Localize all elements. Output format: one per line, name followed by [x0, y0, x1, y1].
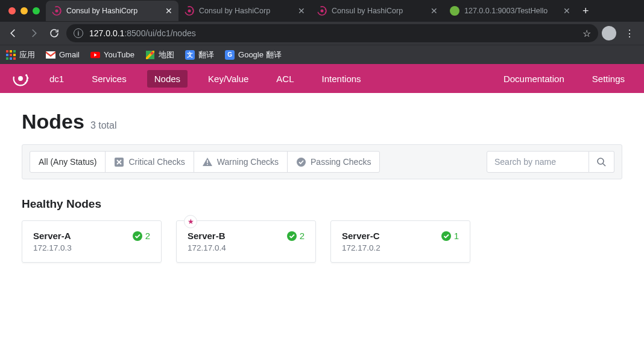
tab-strip: Consul by HashiCorp ✕ Consul by HashiCor… — [0, 0, 644, 22]
svg-point-12 — [325, 9, 326, 10]
browser-tab[interactable]: 127.0.0.1:9003/TestHello ✕ — [444, 1, 576, 21]
spring-icon — [450, 6, 459, 16]
browser-tab[interactable]: Consul by HashiCorp ✕ — [46, 1, 178, 21]
consul-icon — [317, 6, 327, 16]
nav-acl[interactable]: ACL — [269, 70, 301, 88]
menu-icon[interactable]: ⋮ — [620, 28, 639, 39]
translate-icon: G — [225, 50, 235, 60]
profile-avatar[interactable] — [602, 26, 616, 40]
browser-tab[interactable]: Consul by HashiCorp ✕ — [311, 1, 444, 21]
node-ip: 172.17.0.3 — [33, 243, 150, 252]
bookmarks-bar: 应用 Gmail YouTube 地图 文 翻译 G Google 翻译 — [0, 45, 644, 64]
search-box — [487, 151, 614, 173]
search-button[interactable] — [589, 151, 614, 173]
bookmark-maps[interactable]: 地图 — [145, 50, 174, 60]
bookmark-google-translate[interactable]: G Google 翻译 — [225, 50, 282, 60]
gmail-icon — [46, 50, 55, 60]
consul-logo-icon[interactable] — [12, 70, 29, 87]
maximize-window-button[interactable] — [33, 7, 40, 14]
new-tab-button[interactable]: + — [576, 5, 595, 18]
node-cards: Server-A 2 172.17.0.3 ★ Server-B 2 172.1… — [22, 220, 622, 263]
browser-tab[interactable]: Consul by HashiCorp ✕ — [178, 1, 311, 21]
svg-point-3 — [60, 10, 62, 11]
url-text: 127.0.0.1:8500/ui/dc1/nodes — [89, 28, 576, 38]
nav-nodes[interactable]: Nodes — [147, 70, 188, 88]
translate-icon: 文 — [185, 50, 195, 60]
svg-point-1 — [55, 10, 58, 13]
bookmark-translate[interactable]: 文 翻译 — [185, 50, 214, 60]
search-input[interactable] — [487, 151, 589, 173]
address-bar[interactable]: i 127.0.0.1:8500/ui/dc1/nodes ☆ — [66, 24, 598, 42]
check-count: 2 — [145, 231, 150, 241]
minimize-window-button[interactable] — [21, 7, 28, 14]
node-status: 2 — [287, 231, 305, 241]
back-button[interactable] — [5, 25, 22, 42]
svg-point-14 — [325, 12, 326, 13]
node-card[interactable]: ★ Server-B 2 172.17.0.4 — [176, 220, 316, 263]
close-tab-icon[interactable]: ✕ — [298, 7, 305, 15]
svg-point-9 — [192, 12, 194, 13]
critical-icon — [114, 157, 124, 167]
svg-point-18 — [151, 51, 154, 54]
svg-point-7 — [192, 9, 194, 10]
nav-intentions[interactable]: Intentions — [315, 70, 368, 88]
svg-point-29 — [598, 158, 604, 164]
tab-title: Consul by HashiCorp — [199, 7, 293, 15]
svg-point-8 — [193, 10, 194, 11]
check-count: 2 — [300, 231, 305, 241]
datacenter-select[interactable]: dc1 — [42, 70, 71, 88]
site-info-icon[interactable]: i — [74, 28, 83, 38]
bookmark-apps[interactable]: 应用 — [6, 50, 35, 60]
bookmark-label: 翻译 — [198, 50, 214, 60]
page-title-row: Nodes 3 total — [22, 110, 622, 133]
page-title: Nodes — [22, 110, 84, 133]
svg-point-28 — [297, 158, 306, 167]
tab-title: Consul by HashiCorp — [332, 7, 426, 15]
svg-point-20 — [18, 76, 23, 81]
passing-icon — [296, 157, 306, 167]
maps-icon — [145, 50, 155, 60]
node-count: 3 total — [90, 120, 117, 131]
filter-passing[interactable]: Passing Checks — [287, 151, 380, 173]
svg-point-22 — [27, 77, 28, 79]
filter-warning[interactable]: Warning Checks — [194, 151, 288, 173]
bookmark-star-icon[interactable]: ☆ — [582, 28, 591, 39]
svg-rect-27 — [207, 164, 208, 165]
svg-point-11 — [321, 10, 324, 13]
close-window-button[interactable] — [8, 7, 16, 14]
tab-title: Consul by HashiCorp — [66, 7, 160, 15]
svg-point-2 — [60, 9, 61, 10]
nav-services[interactable]: Services — [84, 70, 134, 88]
svg-point-13 — [326, 10, 327, 11]
close-tab-icon[interactable]: ✕ — [165, 7, 172, 15]
close-tab-icon[interactable]: ✕ — [431, 7, 438, 15]
filter-critical[interactable]: Critical Checks — [105, 151, 194, 173]
node-status: 1 — [441, 231, 459, 241]
check-count: 1 — [454, 231, 459, 241]
bookmark-youtube[interactable]: YouTube — [90, 50, 134, 60]
youtube-icon — [90, 50, 100, 60]
check-icon — [287, 231, 297, 241]
node-ip: 172.17.0.2 — [342, 243, 459, 252]
bookmark-gmail[interactable]: Gmail — [46, 50, 80, 60]
node-card[interactable]: Server-A 2 172.17.0.3 — [22, 220, 162, 263]
svg-point-6 — [188, 10, 191, 13]
forward-button[interactable] — [25, 25, 42, 42]
node-name: Server-C — [342, 231, 380, 241]
node-name: Server-A — [33, 231, 71, 241]
status-filter-group: All (Any Status) Critical Checks Warning… — [30, 151, 380, 173]
nav-keyvalue[interactable]: Key/Value — [201, 70, 256, 88]
filter-label: Critical Checks — [128, 157, 185, 167]
svg-rect-26 — [207, 160, 208, 163]
reload-button[interactable] — [46, 25, 63, 42]
node-card[interactable]: Server-C 1 172.17.0.2 — [330, 220, 470, 263]
close-tab-icon[interactable]: ✕ — [563, 7, 570, 15]
nav-documentation[interactable]: Documentation — [496, 70, 572, 88]
apps-icon — [6, 50, 16, 60]
bookmark-label: 地图 — [159, 50, 174, 60]
nav-settings[interactable]: Settings — [585, 70, 632, 88]
consul-navbar: dc1 Services Nodes Key/Value ACL Intenti… — [0, 64, 644, 93]
consul-icon — [185, 6, 194, 16]
warning-icon — [203, 157, 212, 167]
filter-all[interactable]: All (Any Status) — [30, 151, 106, 173]
